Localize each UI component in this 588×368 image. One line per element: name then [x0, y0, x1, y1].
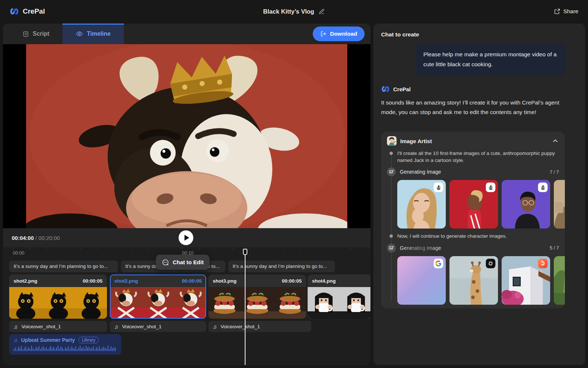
tab-timeline[interactable]: Timeline — [62, 24, 124, 44]
image-artist-avatar — [387, 136, 397, 146]
playhead[interactable] — [245, 249, 245, 365]
generated-image-partial[interactable] — [554, 256, 565, 305]
assistant-name: CrePal — [393, 86, 411, 92]
assistant-identity: CrePal — [381, 85, 411, 93]
video-frame-cow-illustration — [26, 44, 347, 228]
music-note-icon: ♫ — [14, 337, 18, 343]
music-clip[interactable]: ♫ Upbeat Summer Party Library — [9, 334, 121, 355]
edit-title-icon[interactable] — [318, 8, 325, 15]
generated-image[interactable] — [502, 180, 550, 229]
total-time: 00:20:00 — [39, 235, 60, 241]
music-title: Upbeat Summer Party — [21, 337, 75, 343]
sailboat-model-badge — [538, 183, 548, 192]
clip-thumbnails-woman — [308, 287, 370, 319]
eye-icon — [76, 30, 83, 38]
music-waveform — [14, 345, 117, 351]
generated-image-partial[interactable] — [554, 180, 565, 229]
download-button[interactable]: Download — [313, 26, 365, 41]
image-generate-icon — [387, 244, 396, 252]
generated-images-row-1 — [397, 180, 565, 229]
export-icon — [320, 31, 327, 37]
step-text: Now, I will continue to generate charact… — [397, 233, 559, 240]
playback-controls: 00:04:00 / 00:20:00 — [3, 228, 370, 247]
voiceover-clip[interactable]: ♫Voiceover_shot_1 — [208, 321, 311, 332]
generated-image[interactable] — [502, 256, 550, 305]
progress-count: 7 / 7 — [550, 169, 559, 175]
bullet-dot-icon — [390, 234, 393, 238]
image-artist-title: Image Artist — [400, 138, 432, 144]
music-note-icon: ♫ — [114, 323, 118, 330]
chat-to-edit-button[interactable]: Chat to Edit — [156, 255, 209, 270]
chat-bubble-icon — [162, 259, 169, 266]
video-clip-shot2-selected[interactable]: shot2.png00:00:05 — [110, 275, 206, 319]
editor-panel: Script Timeline Download — [3, 24, 370, 365]
timeline: 00:00 00:10 It’s a sunny day and I’m pla… — [3, 247, 370, 365]
sailboat-model-badge — [486, 183, 495, 192]
generating-image-row: Generating Image 7 / 7 — [387, 167, 559, 176]
clip-thumbnails-cats — [9, 287, 107, 319]
music-note-icon: ♫ — [14, 323, 18, 330]
swirl-model-badge — [538, 259, 548, 268]
current-time: 00:04:00 — [12, 235, 34, 241]
image-artist-header[interactable]: Image Artist — [381, 132, 565, 146]
play-button[interactable] — [179, 230, 193, 245]
crepal-logo-icon — [10, 7, 19, 16]
image-artist-card: Image Artist I'll create all the 10 firs… — [381, 132, 565, 308]
sailboat-model-badge — [434, 183, 443, 192]
crepal-app: CrePal Black Kitty’s Vlog Share — [0, 0, 588, 368]
generated-images-row-2 — [397, 256, 565, 305]
project-title: Black Kitty’s Vlog — [263, 8, 314, 15]
playback-time: 00:04:00 / 00:20:00 — [12, 235, 60, 241]
bullet-dot-icon — [390, 152, 393, 155]
video-preview[interactable] — [3, 44, 370, 228]
assistant-message: It sounds like an amazing story! I’ll cr… — [381, 98, 566, 117]
generated-image[interactable] — [397, 180, 446, 229]
ruler-label-0: 00:00 — [13, 251, 24, 256]
clip-thumbnails-cow — [110, 287, 206, 319]
share-icon — [554, 8, 560, 15]
generating-image-row: Generating Image 5 / 7 — [387, 244, 559, 252]
progress-count: 5 / 7 — [550, 245, 559, 251]
user-message-bubble: Please help me make a premium montage vi… — [415, 43, 566, 75]
video-clip-shot3[interactable]: shot3.png00:00:05 — [208, 275, 306, 319]
generated-image[interactable] — [449, 180, 498, 229]
voiceover-clip[interactable]: ♫Voiceover_shot_1 — [9, 321, 107, 332]
chat-header: Chat to create — [381, 31, 419, 38]
library-badge: Library — [79, 337, 99, 343]
play-icon — [184, 235, 189, 241]
tab-script[interactable]: Script — [9, 24, 62, 44]
video-clip-shot4[interactable]: shot4.png — [308, 275, 370, 319]
playhead-handle[interactable] — [243, 249, 247, 255]
generated-image[interactable] — [449, 256, 498, 305]
chat-panel: Chat to create Please help me make a pre… — [373, 24, 585, 365]
editor-tab-bar: Script Timeline Download — [3, 24, 370, 44]
script-icon — [22, 31, 29, 38]
knot-model-badge — [486, 259, 495, 268]
generating-placeholder[interactable] — [397, 256, 446, 305]
chevron-up-icon[interactable] — [552, 137, 559, 145]
app-brand[interactable]: CrePal — [10, 7, 45, 16]
voiceover-clip[interactable]: ♫Voiceover_shot_1 — [110, 321, 206, 332]
google-model-badge — [434, 259, 443, 268]
clip-thumbnails-food — [208, 287, 306, 319]
project-title-wrap: Black Kitty’s Vlog — [263, 8, 325, 15]
top-bar: CrePal Black Kitty’s Vlog Share — [0, 0, 588, 23]
share-button[interactable]: Share — [554, 8, 578, 15]
text-clip[interactable]: It’s a sunny day and I’m planning to go … — [228, 261, 335, 272]
video-clip-shot2[interactable]: shot2.png00:00:05 — [9, 275, 107, 319]
music-note-icon: ♫ — [213, 323, 217, 330]
text-clip[interactable]: It’s a sunny day and I’m planning to go … — [9, 261, 118, 272]
crepal-logo-icon — [381, 85, 390, 93]
step-text: I'll create all the 10 first-frame image… — [397, 150, 559, 164]
image-generate-icon — [387, 167, 396, 176]
app-name: CrePal — [23, 7, 45, 15]
